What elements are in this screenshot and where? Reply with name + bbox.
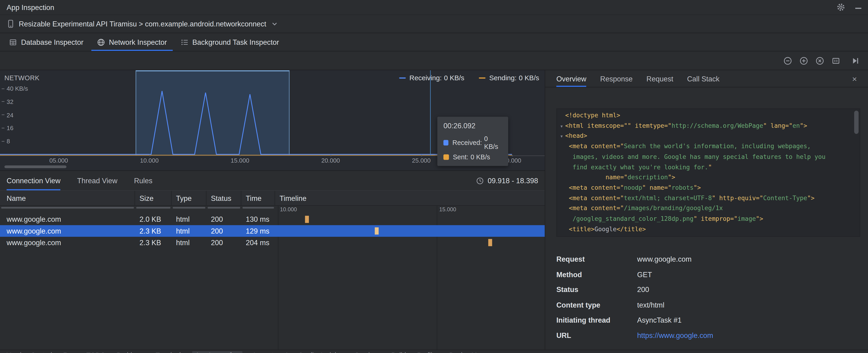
connection-table-header: Name Size Type Status Time Timeline (0, 190, 545, 206)
chart-x-tick: 10.000 (140, 157, 158, 164)
chevron-down-icon (272, 22, 277, 26)
tab-request[interactable]: Request (646, 70, 673, 87)
cell-name: www.google.com (0, 227, 135, 235)
detail-field-request: Requestwww.google.com (556, 255, 860, 270)
tab-rules[interactable]: Rules (134, 171, 152, 190)
tab-response[interactable]: Response (600, 70, 633, 87)
range-label: 09.918 - 18.398 (488, 176, 538, 185)
tab-database-inspector[interactable]: Database Inspector (2, 33, 90, 51)
tab-network-inspector[interactable]: Network Inspector (90, 33, 174, 51)
zoom-in-icon[interactable] (799, 56, 808, 65)
fold-gutter (558, 142, 565, 152)
tab-label: Background Task Inspector (192, 38, 279, 46)
column-header-timeline[interactable]: Timeline (275, 191, 545, 205)
connection-table-row[interactable]: www.google.com2.0 KBhtml200130 ms (0, 214, 545, 225)
cell-status: 200 (207, 238, 241, 247)
tool-window-button-app-inspection[interactable]: App Inspection (192, 351, 243, 353)
fold-gutter (558, 111, 565, 121)
column-header-size[interactable]: Size (135, 191, 172, 205)
column-scrollbar[interactable] (243, 207, 274, 208)
cell-name: www.google.com (0, 238, 135, 247)
field-value: GET (637, 270, 860, 279)
cell-time: 130 ms (241, 215, 275, 224)
cell-name: www.google.com (0, 215, 135, 224)
tab-thread-view[interactable]: Thread View (77, 171, 118, 190)
code-line: <title>Google</title> (558, 225, 860, 235)
tool-window-button-terminal[interactable]: Terminal (156, 351, 181, 353)
column-scrollbar[interactable] (173, 207, 206, 208)
skip-to-end-icon[interactable] (851, 56, 860, 65)
network-pane: NETWORK Receiving: 0 KB/s Sending: 0 KB/… (0, 70, 545, 350)
column-scrollbar[interactable] (208, 207, 240, 208)
tool-window-button-logcat[interactable]: Logcat (253, 351, 273, 353)
cell-size: 2.3 KB (135, 238, 172, 247)
cell-time: 204 ms (241, 238, 275, 247)
timeline-scale-labels: 10.00015.000 (275, 206, 545, 213)
chart-y-tick: 8 (2, 138, 10, 145)
details-tab-bar: Overview Response Request Call Stack × (545, 70, 868, 88)
tool-window-button-run[interactable]: Run (63, 351, 75, 353)
process-selector-label: Resizable Experimental API Tiramisu > co… (19, 20, 266, 28)
connection-tab-bar: Connection View Thread View Rules (0, 171, 545, 190)
column-header-type[interactable]: Type (172, 191, 206, 205)
field-label: URL (556, 331, 637, 340)
timeline-scale-label: 15.000 (439, 206, 456, 213)
series-receiving (0, 91, 512, 154)
settings-gear-icon[interactable] (836, 3, 845, 11)
chart-y-tick: 40 KB/s (2, 85, 28, 92)
column-header-time[interactable]: Time (241, 191, 275, 205)
tab-connection-view[interactable]: Connection View (7, 171, 61, 190)
fold-gutter (558, 173, 565, 183)
code-line: <meta content="text/html; charset=UTF-8"… (558, 193, 860, 204)
tool-window-button-services[interactable]: Services (354, 351, 380, 353)
tool-window-button-app-quality-insights[interactable]: App Quality Insights (284, 351, 344, 353)
column-header-name[interactable]: Name (0, 191, 135, 205)
tool-window-button-problems[interactable]: Problems (117, 351, 145, 353)
chart-legend: Receiving: 0 KB/s Sending: 0 KB/s (399, 74, 539, 82)
fold-marker-icon[interactable]: ▾ (558, 132, 565, 142)
reset-zoom-icon[interactable] (815, 56, 824, 65)
tool-window-button-profiler[interactable]: Profiler (417, 351, 438, 353)
url-link[interactable]: https://www.google.com (637, 331, 860, 340)
tool-window-button-todo[interactable]: TODO (86, 351, 105, 353)
chart-horizontal-scrollbar[interactable] (4, 165, 66, 168)
legend-receiving: Receiving: 0 KB/s (399, 74, 464, 82)
chart-x-tick: 05.000 (50, 157, 68, 164)
tool-window-button-build[interactable]: Build (391, 351, 406, 353)
field-label: Status (556, 286, 637, 294)
cell-timeline (275, 225, 545, 237)
zoom-to-selection-icon[interactable] (832, 56, 840, 65)
tab-call-stack[interactable]: Call Stack (687, 70, 719, 87)
close-icon[interactable]: × (852, 74, 857, 83)
code-vertical-scrollbar[interactable] (854, 110, 859, 134)
tooltip-time: 00:26.092 (443, 122, 502, 130)
column-scrollbar[interactable] (136, 207, 170, 208)
chart-x-tick: 25.000 (412, 157, 431, 164)
column-scrollbar[interactable] (1, 207, 134, 208)
tab-label: Database Inspector (21, 38, 84, 46)
zoom-out-icon[interactable] (783, 56, 792, 65)
clock-icon (476, 177, 484, 184)
chart-tracking-line (430, 70, 431, 155)
cell-size: 2.0 KB (135, 215, 172, 224)
chart-x-tick: 20.000 (321, 157, 340, 164)
network-globe-icon (97, 38, 105, 46)
process-selector[interactable]: Resizable Experimental API Tiramisu > co… (0, 14, 868, 33)
chart-title: NETWORK (4, 74, 39, 82)
cell-type: html (172, 215, 206, 224)
tab-label: Network Inspector (109, 38, 167, 46)
connection-table-row[interactable]: www.google.com2.3 KBhtml200129 ms (0, 225, 545, 237)
tab-overview[interactable]: Overview (556, 70, 586, 87)
tool-window-button-device-manager[interactable]: Device Manager (449, 351, 497, 353)
minimize-icon[interactable] (855, 7, 861, 8)
column-header-status[interactable]: Status (207, 191, 241, 205)
connection-table-row[interactable]: www.google.com2.3 KBhtml200204 ms (0, 237, 545, 248)
tab-background-task-inspector[interactable]: Background Task Inspector (174, 33, 286, 51)
connection-table-body: www.google.com2.0 KBhtml200130 mswww.goo… (0, 214, 545, 248)
request-timeline-marker (375, 227, 379, 234)
chart-y-tick: 16 (2, 125, 13, 131)
detail-field-initiating-thread: Initiating threadAsyncTask #1 (556, 316, 860, 331)
fold-marker-icon[interactable]: ▾ (558, 122, 565, 131)
tool-window-button-version-control[interactable]: Version Control (7, 351, 52, 353)
code-line: /googleg_standard_color_128dp.png" itemp… (558, 214, 860, 225)
